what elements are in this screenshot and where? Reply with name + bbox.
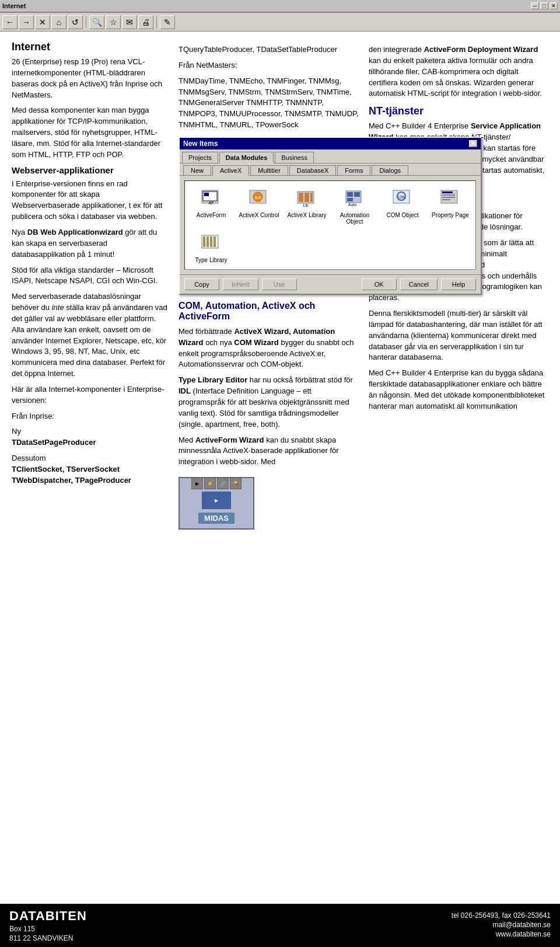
use-btn[interactable]: Use [262,278,297,290]
search-btn[interactable]: 🔍 [89,15,104,29]
svg-rect-2 [204,193,209,196]
svg-rect-27 [206,236,209,247]
type-library-label: Type Library [195,257,227,263]
den-integrerade: den integrerade [369,45,422,54]
activeform-wizard-label: ActiveForm Wizard [195,436,264,444]
col-left: Internet 26 (Enterprise) resp 19 (Pro) r… [12,41,169,530]
svg-rect-10 [310,193,313,202]
back-btn[interactable]: ← [2,15,18,29]
print-btn[interactable]: 🖨 [138,15,153,29]
nya-label: Nya [12,228,25,236]
tdataset-label: TDataSetPageProducer [12,438,96,447]
favorites-btn[interactable]: ☆ [106,15,121,29]
automation-object-label: Automation Object [333,212,376,225]
dbweb-label: DB Web Application­wizard [27,228,123,236]
med-c: Med C++ Builder 4 Enterprise [369,121,468,130]
page-content: Internet 26 (Enterprise) resp 19 (Pro) r… [0,32,560,539]
window-min-btn[interactable]: ─ [531,2,539,9]
mail-btn[interactable]: ✉ [122,15,137,29]
svg-rect-13 [347,192,353,197]
activex-control-icon: AX [247,187,271,210]
webserver-para3: I Enterprise-versionen finns en rad komp… [12,179,169,222]
edit-btn[interactable]: ✎ [160,15,175,29]
help-btn[interactable]: Help [441,278,476,290]
subtab-multitier[interactable]: Multitier [250,165,288,175]
com-object-label: COM Object [386,212,418,218]
main-area: Internet 26 (Enterprise) resp 19 (Pro) r… [0,32,560,904]
dialog-title: New Items [183,140,218,148]
new-items-dialog: New Items ✕ Projects Data Modules Busine… [178,137,482,295]
contact-email: mail@databiten.se [452,921,551,929]
twebdisp-label: TWebDispatcher, TPageProducer [12,476,131,485]
svg-text:AF: AF [209,201,214,205]
har-nu: har nu också förbättrat stöd för [250,375,353,384]
icon-activex-library[interactable]: Lib ActiveX Library [284,184,330,227]
dialog-close-btn[interactable]: ✕ [469,140,477,147]
copy-btn[interactable]: Copy [184,278,219,290]
med3: Med [178,436,193,444]
activex-library-label: ActiveX Library [287,212,326,218]
dialog-footer-right: OK Cancel Help [362,278,476,290]
sep2 [156,16,157,28]
subtab-dialogs[interactable]: Dialogs [372,165,408,175]
window-titlebar: Internet ─ □ ✕ [0,0,560,13]
forward-btn[interactable]: → [19,15,34,29]
med2: Med förbättrade [178,327,232,336]
com-heading: COM, Automation, ActiveX och ActiveForm [178,301,359,322]
tab-business[interactable]: Business [275,152,314,163]
right-para1: den integrerade ActiveForm Deployment Wi… [369,44,548,99]
icon-com-object[interactable]: COM COM Object [380,184,425,227]
midas-image: ▶ ⚡ 🔗 📦 ▶ MIDAS [178,477,254,530]
stop-btn[interactable]: ✕ [35,15,50,29]
icon-automation-object[interactable]: Auto Automation Object [332,184,377,227]
icon-property-page[interactable]: Property Page [428,184,473,227]
webserver-para9: Ny TDataSetPageProducer [12,426,169,448]
internet-para2: Med dessa komponenter kan man bygga appl… [12,105,169,160]
subtab-forms[interactable]: Forms [337,165,370,175]
svg-text:AX: AX [254,195,261,200]
kan-du2: kan du enkelt paketera aktiva formulär o… [369,56,542,98]
svg-rect-14 [354,192,360,197]
com-object-icon: COM [391,187,414,210]
subtab-activex[interactable]: ActiveX [212,165,249,176]
svg-rect-9 [304,193,309,202]
dialog-body: AF ActiveForm [180,176,481,274]
svg-rect-21 [442,192,453,193]
page-wrapper: Internet ─ □ ✕ ← → ✕ ⌂ ↺ 🔍 ☆ ✉ 🖨 ✎ Inter… [0,0,560,947]
window-close-btn[interactable]: ✕ [550,2,558,9]
brand-name: DATABITEN [9,908,87,924]
bottom-bar: DATABITEN Box 115 811 22 SANDVIKEN tel 0… [0,904,560,947]
svg-rect-26 [203,236,205,247]
svg-rect-29 [214,236,216,247]
icon-activex-control[interactable]: AX ActiveX Control [236,184,282,227]
cancel-btn[interactable]: Cancel [400,278,438,290]
tab-data-modules[interactable]: Data Modules [219,152,274,163]
stalla-label: ställa krav på användaren vad det gäller… [12,303,167,378]
type-library-icon [200,232,223,255]
automation-object-icon: Auto [343,187,366,210]
mid-com-para4: Med förbättrade ActiveX Wizard, Automati… [178,326,359,370]
midas-section: ▶ ⚡ 🔗 📦 ▶ MIDAS [178,472,359,530]
subtab-new[interactable]: New [183,165,211,175]
svg-text:COM: COM [397,195,407,199]
internet-para1: 26 (Enterprise) resp 19 (Pro) rena VCL-i… [12,57,169,100]
idl-label: IDL [178,387,191,395]
icon-type-library[interactable]: Type Library [188,229,234,266]
inherit-btn[interactable]: Inherit [223,278,258,290]
icon-grid: AF ActiveForm [184,180,476,270]
subtab-databasex[interactable]: DatabaseX [289,165,336,175]
address-line1: Box 115 [9,925,87,933]
tclient-label: TClientSocket, TServerSocket [12,465,120,474]
midas-label: MIDAS [198,513,235,524]
window-max-btn[interactable]: □ [540,2,548,9]
refresh-btn[interactable]: ↺ [68,15,83,29]
home-btn[interactable]: ⌂ [51,15,66,29]
icon-activeform[interactable]: AF ActiveForm [188,184,234,227]
ok-btn[interactable]: OK [362,278,397,290]
col-mid: TQueryTableProducer, TDataSetTableProduc… [178,41,359,530]
window-title: Internet [2,2,26,9]
inte-label: inte [52,303,64,312]
svg-rect-15 [347,198,353,201]
tab-projects[interactable]: Projects [182,152,218,163]
toolbar: ← → ✕ ⌂ ↺ 🔍 ☆ ✉ 🖨 ✎ [0,13,560,32]
